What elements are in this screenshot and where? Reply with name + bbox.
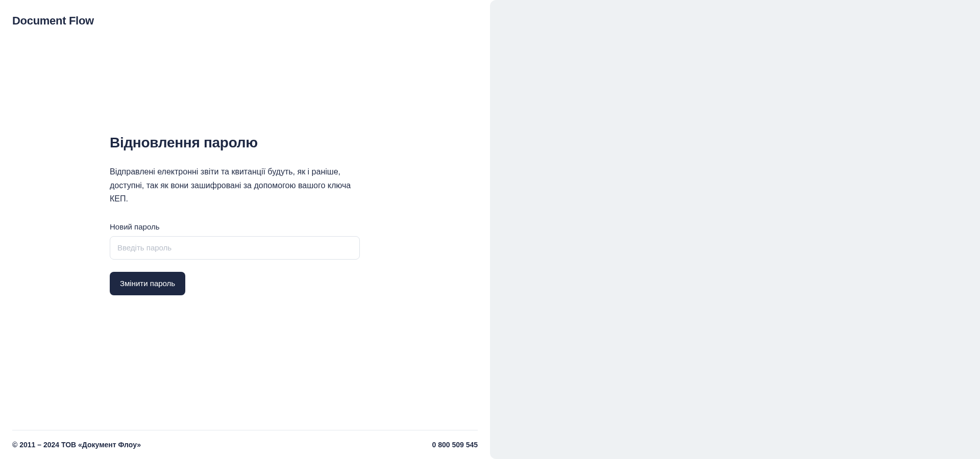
phone-number: 0 800 509 545 <box>432 441 478 449</box>
password-reset-form: Відновлення паролю Відправлені електронн… <box>110 135 360 295</box>
form-description: Відправлені електронні звіти та квитанці… <box>110 165 360 206</box>
password-input[interactable] <box>110 236 360 260</box>
content-wrapper: Відновлення паролю Відправлені електронн… <box>0 0 490 430</box>
copyright-text: © 2011 – 2024 ТОВ «Документ Флоу» <box>12 441 141 449</box>
left-panel: Document Flow Відновлення паролю Відправ… <box>0 0 490 459</box>
submit-button[interactable]: Змінити пароль <box>110 272 185 295</box>
password-label: Новий пароль <box>110 222 360 231</box>
brand-logo: Document Flow <box>12 14 94 28</box>
footer: © 2011 – 2024 ТОВ «Документ Флоу» 0 800 … <box>12 430 478 459</box>
right-panel <box>490 0 980 459</box>
page-title: Відновлення паролю <box>110 135 360 151</box>
